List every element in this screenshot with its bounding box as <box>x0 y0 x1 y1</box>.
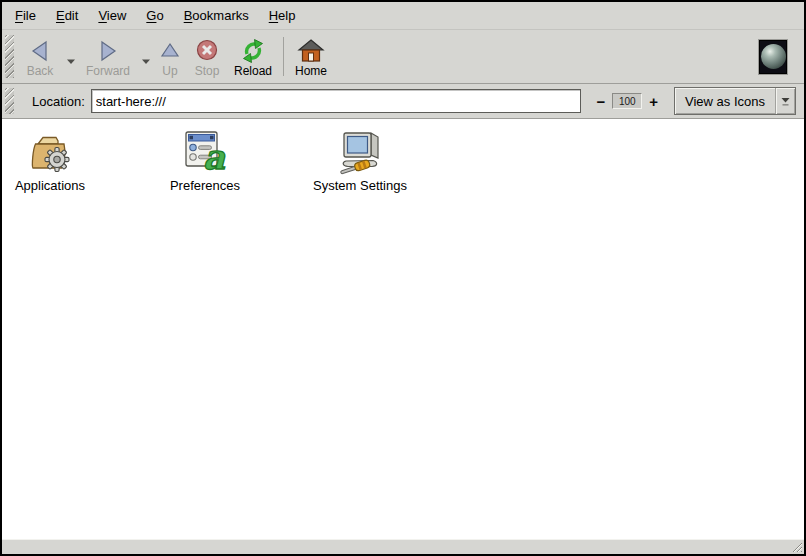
up-button[interactable]: Up <box>153 31 187 82</box>
back-button[interactable]: Back <box>17 31 63 82</box>
forward-history-dropdown[interactable] <box>138 31 153 82</box>
icon-item-label: System Settings <box>313 178 407 193</box>
locationbar-drag-handle[interactable] <box>5 88 14 114</box>
menu-go[interactable]: Go <box>136 4 173 27</box>
location-label: Location: <box>32 94 85 109</box>
dropdown-arrow-icon <box>775 88 795 114</box>
menu-help[interactable]: Help <box>259 4 306 27</box>
icon-item-system-settings[interactable]: System Settings <box>300 128 420 193</box>
forward-label: Forward <box>86 64 130 78</box>
stop-icon <box>193 37 221 64</box>
up-icon <box>156 37 184 64</box>
toolbar: Back Forward Up <box>2 30 804 84</box>
chevron-down-icon <box>141 51 151 69</box>
forward-button[interactable]: Forward <box>78 31 138 82</box>
stop-label: Stop <box>195 64 220 78</box>
preferences-a-glyph: a <box>203 137 226 176</box>
toolbar-drag-handle[interactable] <box>5 35 14 78</box>
system-settings-icon <box>336 128 384 176</box>
throbber-globe-icon <box>761 44 786 69</box>
toolbar-separator <box>283 37 284 76</box>
icon-item-label: Preferences <box>170 178 240 193</box>
reload-button[interactable]: Reload <box>227 31 279 82</box>
applications-folder-icon <box>26 128 74 176</box>
icon-view: Applications a Preferences <box>2 119 804 539</box>
file-manager-window: File Edit View Go Bookmarks Help Back Fo… <box>0 0 806 556</box>
up-label: Up <box>162 64 177 78</box>
home-label: Home <box>295 64 327 78</box>
view-mode-dropdown[interactable]: View as Icons <box>674 87 796 115</box>
status-bar <box>2 539 804 554</box>
back-history-dropdown[interactable] <box>63 31 78 82</box>
zoom-level-indicator: 100 <box>612 93 642 109</box>
icon-item-applications[interactable]: Applications <box>2 128 110 193</box>
menu-bookmarks[interactable]: Bookmarks <box>174 4 259 27</box>
zoom-out-button[interactable]: − <box>593 94 610 109</box>
view-mode-label: View as Icons <box>675 88 775 114</box>
forward-icon <box>94 37 122 64</box>
back-icon <box>26 37 54 64</box>
zoom-in-button[interactable]: + <box>645 94 662 109</box>
menu-view[interactable]: View <box>88 4 136 27</box>
icon-item-label: Applications <box>15 178 85 193</box>
stop-button[interactable]: Stop <box>187 31 227 82</box>
back-label: Back <box>27 64 54 78</box>
location-bar: Location: − 100 + View as Icons <box>2 84 804 119</box>
preferences-icon: a <box>181 128 229 176</box>
throbber-button[interactable] <box>758 39 788 75</box>
menu-edit[interactable]: Edit <box>46 4 88 27</box>
icon-item-preferences[interactable]: a Preferences <box>145 128 265 193</box>
reload-icon <box>239 37 267 64</box>
home-icon <box>297 37 325 64</box>
location-input[interactable] <box>91 89 581 113</box>
home-button[interactable]: Home <box>288 31 334 82</box>
resize-grip[interactable] <box>789 539 803 555</box>
chevron-down-icon <box>66 51 76 69</box>
menu-file[interactable]: File <box>5 4 46 27</box>
menu-bar: File Edit View Go Bookmarks Help <box>2 2 804 30</box>
reload-label: Reload <box>234 64 272 78</box>
